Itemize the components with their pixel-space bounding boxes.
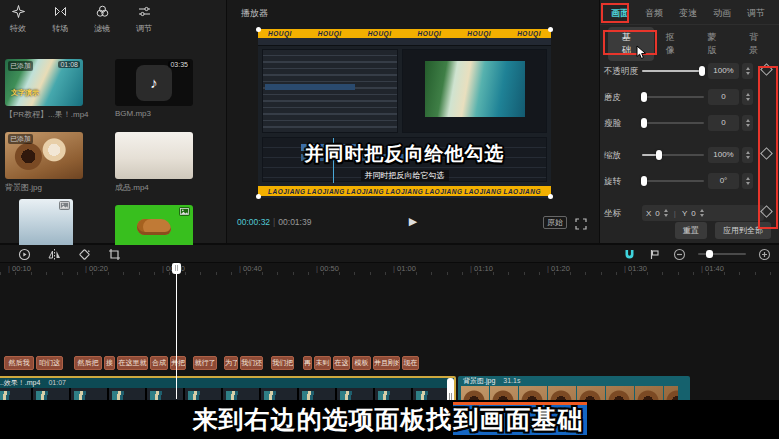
text-clip[interactable]: 我们把	[271, 356, 294, 370]
toolbar-item-滤镜[interactable]: 滤镜	[88, 4, 116, 27]
slider-不透明度[interactable]	[642, 70, 704, 72]
fullscreen-icon[interactable]	[575, 216, 587, 228]
selection-handle[interactable]	[256, 194, 261, 199]
stepper-down-icon[interactable]	[746, 98, 750, 101]
slider-旋转[interactable]	[642, 180, 704, 182]
y-stepper[interactable]	[700, 209, 704, 217]
stepper-up-icon[interactable]	[746, 151, 750, 154]
stepper-down-icon[interactable]	[746, 156, 750, 159]
subtab-蒙版[interactable]: 蒙版	[696, 28, 738, 60]
ruler-label: 01:10	[470, 264, 493, 273]
slider-handle[interactable]	[641, 118, 647, 128]
text-clip[interactable]: 模板	[352, 356, 371, 370]
stepper-up-icon[interactable]	[746, 93, 750, 96]
linkage-icon[interactable]	[648, 247, 661, 260]
tab-调节[interactable]: 调节	[744, 6, 768, 24]
media-item[interactable]: ♪03:35BGM.mp3	[115, 59, 215, 118]
text-clip[interactable]: 在这里就	[117, 356, 148, 370]
text-clip[interactable]: 就行了	[193, 356, 217, 370]
text-clip[interactable]: 再	[303, 356, 312, 370]
subtab-抠像[interactable]: 抠像	[654, 28, 696, 60]
selection-handle[interactable]	[548, 27, 553, 32]
text-clip[interactable]: 我们还	[240, 356, 263, 370]
value-stepper[interactable]	[742, 89, 753, 105]
slider-handle[interactable]	[699, 66, 705, 76]
slider-瘦脸[interactable]	[642, 122, 704, 124]
playhead-handle[interactable]	[172, 263, 181, 274]
zoom-in-icon[interactable]	[758, 247, 771, 260]
text-clip[interactable]: 接	[104, 356, 115, 370]
slider-handle[interactable]	[641, 92, 647, 102]
media-thumbnail-donuts[interactable]: 已添加	[5, 132, 83, 179]
toolbar-item-转场[interactable]: 转场	[46, 4, 74, 27]
stepper-up-icon[interactable]	[746, 119, 750, 122]
keyframe-diamond-icon[interactable]	[760, 63, 773, 76]
stepper-down-icon[interactable]	[746, 124, 750, 127]
value-stepper[interactable]	[742, 147, 753, 163]
subtab-背景[interactable]: 背景	[737, 28, 779, 60]
media-thumbnail-bedroom[interactable]	[115, 132, 193, 179]
media-item[interactable]: 成品.mp4	[115, 132, 215, 193]
text-clip[interactable]: 然后我	[4, 356, 34, 370]
text-clip[interactable]: 合成	[150, 356, 168, 370]
slider-缩放[interactable]	[642, 154, 704, 156]
crop-icon[interactable]	[108, 247, 121, 260]
text-clip[interactable]: 然后把	[74, 356, 102, 370]
text-clip[interactable]: 为了	[224, 356, 238, 370]
text-clip[interactable]: 并且刚好	[373, 356, 400, 370]
media-item[interactable]: 文字演示01:08已添加【PR教程】...果！.mp4	[5, 59, 105, 120]
x-stepper[interactable]	[664, 209, 668, 217]
keyframe-diamond-icon[interactable]	[760, 147, 773, 160]
snap-magnet-icon[interactable]	[623, 247, 636, 260]
toolbar-item-调节[interactable]: 调节	[130, 4, 158, 27]
properties-subtabs: 基础抠像蒙版背景	[600, 25, 779, 55]
selection-handle[interactable]	[548, 194, 553, 199]
mouse-cursor	[636, 45, 647, 64]
timeline-zoom-slider[interactable]	[698, 253, 746, 255]
slider-磨皮[interactable]	[642, 96, 704, 98]
ruler-label: 00:20	[85, 264, 108, 273]
slider-handle[interactable]	[656, 150, 662, 160]
stepper-down-icon[interactable]	[746, 182, 750, 185]
zoom-out-icon[interactable]	[673, 247, 686, 260]
text-clip[interactable]: 咱们这	[36, 356, 63, 370]
property-value: 0°	[708, 173, 739, 189]
tab-画面[interactable]: 画面	[608, 6, 632, 24]
text-clip[interactable]: 未到	[314, 356, 331, 370]
value-stepper[interactable]	[742, 63, 753, 79]
stepper-up-icon[interactable]	[746, 177, 750, 180]
property-row-磨皮: 磨皮0	[600, 84, 779, 110]
stepper-up-icon[interactable]	[746, 67, 750, 70]
rotate-icon[interactable]	[78, 247, 91, 260]
current-time: 00:00:32	[237, 217, 270, 227]
text-clip[interactable]: 现在	[402, 356, 419, 370]
text-clip[interactable]: 并把	[170, 356, 186, 370]
reset-button[interactable]: 重置	[675, 222, 707, 239]
video-preview[interactable]: HOUQIHOUQIHOUQIHOUQIHOUQIHOUQI 并同时把反向给他勾…	[258, 29, 551, 198]
apply-to-all-button[interactable]: 应用到全部	[715, 222, 771, 239]
toolbar-item-特效[interactable]: 特效	[4, 4, 32, 27]
ratio-button[interactable]: 原始	[543, 216, 567, 229]
mirror-icon[interactable]	[48, 247, 61, 260]
stepper-down-icon[interactable]	[746, 72, 750, 75]
play-button[interactable]: ▶	[409, 215, 417, 228]
value-stepper[interactable]	[742, 173, 753, 189]
beach-image	[425, 61, 525, 117]
value-stepper[interactable]	[742, 115, 753, 131]
selection-handle[interactable]	[256, 27, 261, 32]
media-thumbnail-beach[interactable]: 文字演示01:08已添加	[5, 59, 83, 106]
tab-音频[interactable]: 音频	[642, 6, 666, 24]
reverse-icon[interactable]	[18, 247, 31, 260]
media-item[interactable]: 已添加背景图.jpg	[5, 132, 105, 193]
coord-inputs[interactable]: X0 | Y0	[642, 205, 764, 221]
text-clip[interactable]: 在这	[333, 356, 350, 370]
property-row-瘦脸: 瘦脸0	[600, 110, 779, 136]
slider-handle[interactable]	[641, 176, 647, 186]
media-thumbnail-audio[interactable]: ♪03:35	[115, 59, 193, 106]
tab-动画[interactable]: 动画	[710, 6, 734, 24]
media-thumbnail-clouds[interactable]	[19, 199, 73, 251]
playhead[interactable]	[176, 263, 177, 399]
pr-effect-controls	[262, 49, 398, 133]
timeline-ruler[interactable]: 00:1000:2000:3000:4000:5001:0001:1001:20…	[0, 263, 779, 276]
tab-变速[interactable]: 变速	[676, 6, 700, 24]
